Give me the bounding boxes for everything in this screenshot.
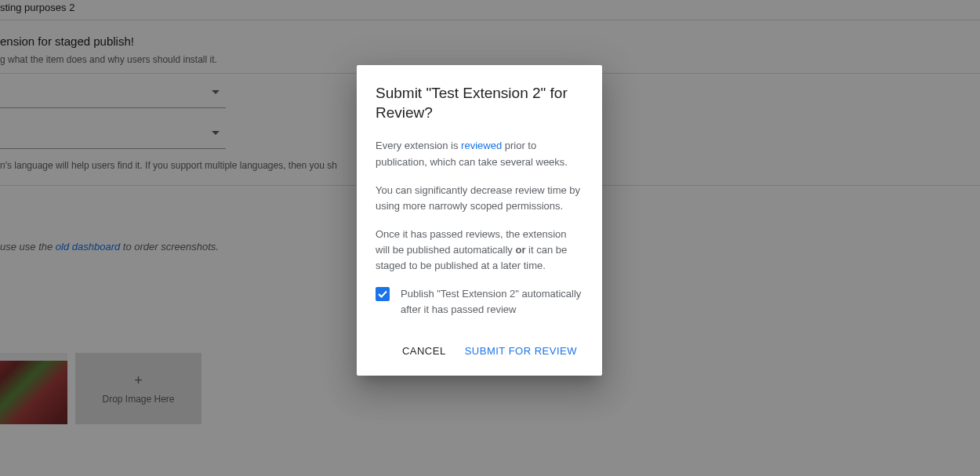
dialog-actions: CANCEL SUBMIT FOR REVIEW bbox=[376, 332, 583, 369]
checkmark-icon bbox=[377, 289, 388, 300]
dialog-paragraph-3: Once it has passed reviews, the extensio… bbox=[376, 227, 583, 274]
auto-publish-label: Publish "Test Extension 2" automatically… bbox=[401, 286, 583, 317]
cancel-button[interactable]: CANCEL bbox=[396, 339, 452, 363]
dialog-title: Submit "Test Extension 2" for Review? bbox=[376, 84, 583, 122]
auto-publish-row: Publish "Test Extension 2" automatically… bbox=[376, 286, 583, 317]
dialog-paragraph-1: Every extension is reviewed prior to pub… bbox=[376, 138, 583, 169]
dialog-paragraph-2: You can significantly decrease review ti… bbox=[376, 183, 583, 214]
reviewed-link[interactable]: reviewed bbox=[461, 140, 502, 151]
submit-review-dialog: Submit "Test Extension 2" for Review? Ev… bbox=[357, 65, 602, 376]
dialog-body: Every extension is reviewed prior to pub… bbox=[376, 138, 583, 317]
submit-for-review-button[interactable]: SUBMIT FOR REVIEW bbox=[459, 339, 583, 363]
p3-bold: or bbox=[515, 244, 525, 256]
p1-pre: Every extension is bbox=[376, 140, 461, 151]
auto-publish-checkbox[interactable] bbox=[376, 287, 390, 301]
